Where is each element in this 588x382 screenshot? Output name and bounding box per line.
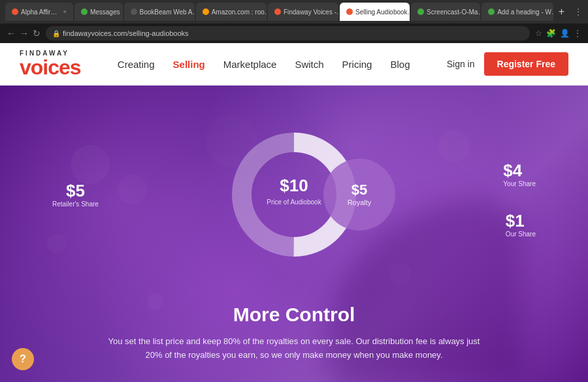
browser-toolbar: ☆ 🧩 👤 ⋮ [535,29,581,38]
settings-icon[interactable]: ⋮ [574,29,581,38]
nav-switch[interactable]: Switch [295,59,323,70]
address-bar: ← → ↻ 🔒 findawayvoices.com/selling-audio… [0,24,588,43]
tab-icon-google [488,8,495,15]
tab-label-screencast: Screencast-O-Ma… [427,8,480,16]
tab-label-findaway: Findaway Voices -… [284,8,338,16]
svg-text:$10: $10 [280,176,308,195]
retailer-share-label: $5 Retailer's Share [52,182,99,208]
tab-icon-screencast [417,8,424,15]
refresh-button[interactable]: ↻ [33,28,41,39]
tab-icon-selling [346,8,353,15]
tab-label-alpha: Alpha Affirmation… [21,8,59,16]
lock-icon: 🔒 [52,30,60,37]
tab-label-bookbeam: BookBeam Web A… [140,8,195,16]
register-button[interactable]: Register Free [484,52,568,76]
tab-label-selling: Selling Audiobook… [355,8,410,16]
tab-bar: Alpha Affirmation… × Messages × BookBeam… [5,3,568,21]
nav-actions: Sign in Register Free [447,52,568,76]
extensions-icon[interactable]: 🧩 [546,29,556,38]
donut-chart: $10 Price of Audiobook $5 Royalty [229,129,359,260]
nav-blog[interactable]: Blog [390,59,410,70]
our-share-amount: $1 [506,212,536,229]
royalty-amount: $5 [351,183,367,197]
tab-icon-amazon [203,8,209,15]
url-text: findawayvoices.com/selling-audiobooks [63,29,189,37]
logo-voices: voices [20,57,81,78]
more-control-body: You set the list price and keep 80% of t… [105,335,483,362]
royalty-label: Royalty [348,199,372,206]
tab-google[interactable]: Add a heading - W… × [482,3,553,21]
diagram-area: $5 Retailer's Share $10 Price of Audiobo… [0,86,588,304]
nav-marketplace[interactable]: Marketplace [223,59,277,70]
tab-screencast[interactable]: Screencast-O-Ma… × [411,3,480,21]
our-share-text: Our Share [506,231,536,238]
tab-label-messages: Messages [90,8,120,16]
tab-close-alpha[interactable]: × [63,8,67,15]
tab-label-google: Add a heading - W… [497,8,553,16]
tab-messages[interactable]: Messages × [74,3,123,21]
more-control-title: More Control [105,304,483,326]
nav-controls: ← → ↻ [7,28,41,39]
new-tab-button[interactable]: + [555,6,568,18]
browser-menu-icon[interactable]: ⋮ [571,7,583,17]
back-button[interactable]: ← [7,28,16,39]
svg-text:Price of Audiobook: Price of Audiobook [267,199,321,206]
retailer-amount: $5 [52,182,99,199]
more-control-section: More Control You set the list price and … [39,304,549,382]
retailer-label: Retailer's Share [52,200,99,208]
tab-label-amazon: Amazon.com : roo… [212,8,267,16]
browser-tabs-bar: Alpha Affirmation… × Messages × BookBeam… [0,0,588,24]
nav-pricing[interactable]: Pricing [342,59,372,70]
tab-icon-messages [81,8,88,15]
star-icon[interactable]: ☆ [535,29,542,38]
royalty-circle: $5 Royalty [323,159,395,231]
your-share-label: $4 Your Share [503,162,536,187]
forward-button[interactable]: → [20,28,29,39]
tab-findaway[interactable]: Findaway Voices -… × [268,3,338,21]
tab-icon-bookbeam [131,8,137,15]
your-share-amount: $4 [503,162,536,179]
tab-amazon[interactable]: Amazon.com : roo… × [196,3,267,21]
hero-section: $5 Retailer's Share $10 Price of Audiobo… [0,86,588,382]
nav-selling[interactable]: Selling [173,59,205,70]
tab-icon-alpha [12,8,18,15]
help-button[interactable]: ? [12,348,34,370]
profile-icon[interactable]: 👤 [560,29,570,38]
site-logo: FINDAWAY voices [20,50,81,78]
tab-alpha[interactable]: Alpha Affirmation… × [5,3,73,21]
tab-selling[interactable]: Selling Audiobook… × [340,3,410,21]
site-navbar: FINDAWAY voices Creating Selling Marketp… [0,43,588,86]
tab-bookbeam[interactable]: BookBeam Web A… × [124,3,195,21]
url-bar[interactable]: 🔒 findawayvoices.com/selling-audiobooks [46,26,530,40]
tab-icon-findaway [274,8,281,15]
your-share-text: Your Share [503,180,536,187]
sign-in-button[interactable]: Sign in [447,59,475,69]
nav-creating[interactable]: Creating [118,59,155,70]
our-share-label: $1 Our Share [506,212,536,238]
main-nav: Creating Selling Marketplace Switch Pric… [118,59,410,70]
